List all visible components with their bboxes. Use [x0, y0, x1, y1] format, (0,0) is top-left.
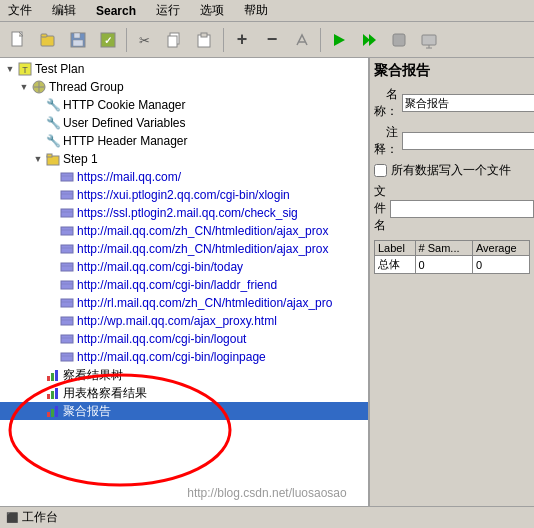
menu-edit[interactable]: 编辑 — [48, 0, 80, 21]
tree-item-header-mgr[interactable]: 🔧HTTP Header Manager — [0, 132, 368, 150]
cell-label: 总体 — [375, 256, 416, 274]
menu-search[interactable]: Search — [92, 2, 140, 20]
copy-button[interactable] — [161, 26, 189, 54]
tree-item-cookie-mgr[interactable]: 🔧HTTP Cookie Manager — [0, 96, 368, 114]
clear-button[interactable] — [288, 26, 316, 54]
tree-item-url5[interactable]: http://mail.qq.com/zh_CN/htmledition/aja… — [0, 240, 368, 258]
cell-samples: 0 — [415, 256, 472, 274]
add-button[interactable]: + — [228, 26, 256, 54]
svg-rect-34 — [61, 227, 73, 235]
tree-item-url11[interactable]: http://mail.qq.com/cgi-bin/loginpage — [0, 348, 368, 366]
item-icon: 🔧 — [45, 133, 61, 149]
item-icon — [59, 169, 75, 185]
item-label: https://ssl.ptlogin2.mail.qq.com/check_s… — [77, 206, 298, 220]
expand-icon[interactable] — [32, 135, 44, 147]
item-label: http://mail.qq.com/zh_CN/htmledition/aja… — [77, 242, 328, 256]
tree-item-step1[interactable]: ▼Step 1 — [0, 150, 368, 168]
expand-icon[interactable] — [46, 297, 58, 309]
menu-file[interactable]: 文件 — [4, 0, 36, 21]
cut-button[interactable]: ✂ — [131, 26, 159, 54]
open-button[interactable] — [34, 26, 62, 54]
svg-rect-42 — [61, 299, 73, 307]
tree-container[interactable]: ▼TTest Plan▼Thread Group🔧HTTP Cookie Man… — [0, 58, 368, 506]
validate-button[interactable]: ✓ — [94, 26, 122, 54]
stop-button[interactable] — [385, 26, 413, 54]
table-row: 总体00 — [375, 256, 530, 274]
expand-icon[interactable] — [32, 387, 44, 399]
expand-icon[interactable] — [46, 279, 58, 291]
remove-button[interactable]: − — [258, 26, 286, 54]
expand-icon[interactable] — [46, 333, 58, 345]
expand-icon[interactable] — [46, 261, 58, 273]
expand-icon[interactable]: ▼ — [32, 153, 44, 165]
svg-rect-46 — [61, 335, 73, 343]
expand-icon[interactable] — [46, 171, 58, 183]
comment-label: 注释： — [374, 124, 398, 158]
item-label: http://rl.mail.qq.com/zh_CN/htmledition/… — [77, 296, 332, 310]
menu-help[interactable]: 帮助 — [240, 0, 272, 21]
expand-icon[interactable] — [32, 369, 44, 381]
menu-run[interactable]: 运行 — [152, 0, 184, 21]
svg-rect-48 — [61, 353, 73, 361]
expand-icon[interactable] — [46, 207, 58, 219]
start-no-pause-button[interactable] — [355, 26, 383, 54]
tree-item-user-vars[interactable]: 🔧User Defined Variables — [0, 114, 368, 132]
svg-rect-52 — [55, 370, 58, 381]
save-button[interactable] — [64, 26, 92, 54]
svg-rect-57 — [51, 409, 54, 417]
name-input[interactable] — [402, 94, 534, 112]
item-label: 用表格察看结果 — [63, 385, 147, 402]
item-label: User Defined Variables — [63, 116, 186, 130]
statusbar-icon: ⬛ — [6, 512, 18, 523]
svg-rect-27 — [47, 154, 52, 157]
comment-input[interactable] — [402, 132, 534, 150]
menu-options[interactable]: 选项 — [196, 0, 228, 21]
tree-item-view-results-tree[interactable]: 察看结果树 — [0, 366, 368, 384]
svg-rect-44 — [61, 317, 73, 325]
item-label: HTTP Cookie Manager — [63, 98, 186, 112]
svg-rect-12 — [201, 33, 207, 37]
expand-icon[interactable] — [32, 405, 44, 417]
statusbar-label: 工作台 — [22, 509, 58, 526]
statusbar: ⬛ 工作台 — [0, 506, 534, 528]
svg-rect-5 — [73, 40, 83, 46]
tree-item-url9[interactable]: http://wp.mail.qq.com/ajax_proxy.html — [0, 312, 368, 330]
statusbar-item: ⬛ 工作台 — [6, 509, 58, 526]
new-button[interactable] — [4, 26, 32, 54]
expand-icon[interactable] — [46, 315, 58, 327]
item-icon: 🔧 — [45, 97, 61, 113]
all-data-checkbox[interactable] — [374, 164, 387, 177]
svg-rect-36 — [61, 245, 73, 253]
remote-button[interactable] — [415, 26, 443, 54]
play-button[interactable] — [325, 26, 353, 54]
tree-item-url10[interactable]: http://mail.qq.com/cgi-bin/logout — [0, 330, 368, 348]
paste-button[interactable] — [191, 26, 219, 54]
expand-icon[interactable] — [46, 243, 58, 255]
tree-item-thread-group[interactable]: ▼Thread Group — [0, 78, 368, 96]
expand-icon[interactable] — [46, 189, 58, 201]
tree-item-test-plan[interactable]: ▼TTest Plan — [0, 60, 368, 78]
tree-item-aggregate-report[interactable]: 聚合报告 — [0, 402, 368, 420]
item-label: http://wp.mail.qq.com/ajax_proxy.html — [77, 314, 277, 328]
svg-rect-2 — [41, 34, 47, 37]
item-icon — [31, 79, 47, 95]
filename-input[interactable] — [390, 200, 534, 218]
expand-icon[interactable] — [46, 351, 58, 363]
expand-icon[interactable] — [46, 225, 58, 237]
tree-item-url2[interactable]: https://xui.ptlogin2.qq.com/cgi-bin/xlog… — [0, 186, 368, 204]
expand-icon[interactable]: ▼ — [18, 81, 30, 93]
tree-item-url4[interactable]: http://mail.qq.com/zh_CN/htmledition/aja… — [0, 222, 368, 240]
expand-icon[interactable] — [32, 99, 44, 111]
tree-item-url3[interactable]: https://ssl.ptlogin2.mail.qq.com/check_s… — [0, 204, 368, 222]
expand-icon[interactable] — [32, 117, 44, 129]
item-label: http://mail.qq.com/cgi-bin/today — [77, 260, 243, 274]
tree-item-url6[interactable]: http://mail.qq.com/cgi-bin/today — [0, 258, 368, 276]
tree-item-url1[interactable]: https://mail.qq.com/ — [0, 168, 368, 186]
svg-text:T: T — [22, 65, 28, 75]
expand-icon[interactable]: ▼ — [4, 63, 16, 75]
svg-rect-55 — [55, 388, 58, 399]
tree-item-url7[interactable]: http://mail.qq.com/cgi-bin/laddr_friend — [0, 276, 368, 294]
item-icon — [59, 331, 75, 347]
tree-item-url8[interactable]: http://rl.mail.qq.com/zh_CN/htmledition/… — [0, 294, 368, 312]
tree-item-view-results-table[interactable]: 用表格察看结果 — [0, 384, 368, 402]
